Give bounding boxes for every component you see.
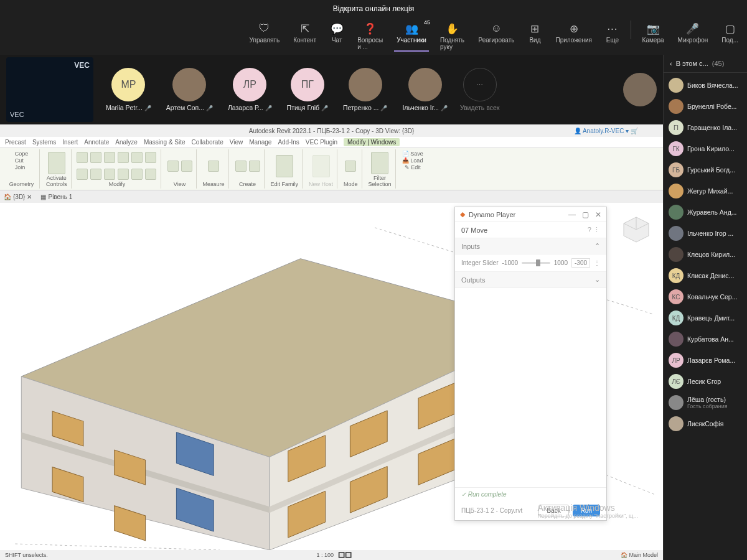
video-tile[interactable]: ЛРЛазарєв Р... 🎤 [228,68,272,111]
help-icon[interactable]: ? [588,226,591,233]
ribbon-tab[interactable]: Systems [32,139,56,146]
maximize-icon[interactable]: ▢ [582,210,589,219]
ribbon-tab[interactable]: View [230,139,243,146]
ribbon-tab[interactable]: Massing & Site [144,139,186,146]
participant-row[interactable]: Журавель Анд... [664,202,747,222]
participant-row[interactable]: КСКовальчук Сер... [664,287,747,307]
participant-name: Лазарєв Р... 🎤 [228,104,272,111]
avatar: ПГ [291,68,324,101]
slider-value-input[interactable]: -300 [571,258,590,268]
ribbon-tab[interactable]: Insert [62,139,78,146]
manage-button[interactable]: 🛡Управлять [247,21,283,52]
ribbon-tab[interactable]: VEC Plugin [306,139,337,146]
participant-row[interactable]: ЛисякСофія [664,414,747,434]
participant-row[interactable]: КДКлисак Денис... [664,266,747,286]
menu-icon[interactable]: ⋮ [593,226,600,233]
view-tab-level1[interactable]: ▦ Рівень 1 [40,194,72,200]
dynamo-inputs-header[interactable]: Inputs⌃ [455,238,606,254]
content-button[interactable]: ⇱Контент [291,21,319,52]
participant-name: Ільченко Іг... 🎤 [402,104,448,111]
participants-button[interactable]: 👥45Участники [394,21,429,52]
dynamo-run-button[interactable]: Run [573,505,600,516]
camera-button[interactable]: 📷Камера [640,21,667,52]
participant-name: Ковальчук Сер... [687,293,737,301]
presenter-tile[interactable]: VEC VEC [6,57,93,122]
avatar: КД [669,310,684,325]
revit-viewport[interactable]: ◆ Dynamo Player ―▢✕ 07 Move ? ⋮ Inputs⌃ … [0,203,663,550]
meeting-title: Відкрита онлайн лекція [333,4,414,13]
dynamo-back-button[interactable]: Back [538,505,568,516]
revit-user[interactable]: 👤 Anatoly.R-VEC ▾ 🛒 [574,128,638,134]
video-strip: VEC VEC МРMariia Petr... 🎤Артем Соп... 🎤… [0,55,663,124]
participant-name: Гаращенко Іла... [687,124,737,131]
participant-name: Грона Кирило... [687,145,735,152]
participant-name: Кравець Дмит... [687,314,735,322]
viewcube[interactable] [621,214,652,245]
ribbon-tab[interactable]: Annotate [84,139,109,146]
participant-row[interactable]: Клецов Кирил... [664,245,747,264]
participant-row[interactable]: Курбатова Ан... [664,329,747,349]
share-button[interactable]: ▢Под... [719,21,741,52]
share-icon: ▢ [723,22,737,35]
integer-slider[interactable] [522,262,550,264]
participant-row[interactable]: КДКравець Дмит... [664,308,747,328]
react-button[interactable]: ☺Реагировать [476,21,517,52]
ellipsis-icon: ⋯ [606,22,619,35]
chat-button[interactable]: 💬Чат [327,21,346,52]
ribbon-tab[interactable]: Precast [5,139,26,146]
minimize-icon[interactable]: ― [568,210,576,219]
svg-line-17 [15,544,220,550]
menu-icon[interactable]: ⋮ [594,259,600,266]
meeting-toolbar: 🛡Управлять ⇱Контент 💬Чат ❓Вопросы и ... … [0,17,747,55]
mic-button[interactable]: 🎤Микрофон [675,21,711,52]
dynamo-status: ✓ Run complete [455,488,606,501]
video-tile[interactable]: Артем Соп... 🎤 [166,68,213,111]
participant-name: Клецов Кирил... [687,251,735,258]
close-icon[interactable]: ✕ [595,210,601,219]
emoji-icon: ☺ [489,22,503,35]
participant-name: Петренко ... 🎤 [343,104,387,111]
ribbon-tab[interactable]: Add-Ins [278,139,299,146]
participant-name: Птиця Гліб 🎤 [287,104,328,111]
avatar [669,395,684,410]
self-tile[interactable] [623,73,657,106]
dynamo-titlebar[interactable]: ◆ Dynamo Player ―▢✕ [455,207,606,222]
plus-icon: ⊕ [567,22,581,35]
view-button[interactable]: ⊞Вид [525,21,544,52]
back-icon[interactable]: ‹ [670,60,672,67]
participant-row[interactable]: Жегур Михай... [664,181,747,201]
tab-modify-windows[interactable]: Modify | Windows [344,138,400,146]
ellipsis-icon: ⋯ [463,68,497,101]
ribbon-tab[interactable]: Analyze [115,139,138,146]
participant-name: Mariia Petr... 🎤 [106,104,151,111]
ribbon-tab[interactable]: Collaborate [192,139,223,146]
video-tile[interactable]: МРMariia Petr... 🎤 [106,68,151,111]
video-tile[interactable]: ПГПтиця Гліб 🎤 [287,68,328,111]
participant-row[interactable]: ЛРЛазарєв Рома... [664,350,747,370]
mic-off-icon: 🎤 [686,22,700,35]
video-tile[interactable]: Ільченко Іг... 🎤 [402,68,448,111]
participant-row[interactable]: Ільченко Ігор ... [664,223,747,243]
participant-row[interactable]: ЛЄЛесик Єгор [664,371,747,391]
participant-row[interactable]: ГІГаращенко Іла... [664,118,747,138]
raise-hand-button[interactable]: ✋Поднять руку [438,21,467,52]
avatar [669,332,684,347]
revit-ribbon: CopeCutJoinGeometry ActivateControls Mod… [0,148,663,190]
participant-name: Артем Соп... 🎤 [166,104,213,111]
view-tab-3d[interactable]: 🏠 {3D} ✕ [4,194,32,200]
participant-row[interactable]: ГКГрона Кирило... [664,139,747,159]
qa-button[interactable]: ❓Вопросы и ... [355,21,385,52]
hand-icon: ✋ [446,22,459,35]
apps-button[interactable]: ⊕Приложения [553,21,594,52]
participant-name: ЛисякСофія [687,420,723,427]
revit-ribbon-tabs: PrecastSystemsInsertAnnotateAnalyzeMassi… [0,137,663,148]
video-tile[interactable]: Петренко ... 🎤 [343,68,387,111]
participant-row[interactable]: Биков Вячесла... [664,75,747,95]
more-button[interactable]: ⋯Еще [603,21,622,52]
ribbon-tab[interactable]: Manage [249,139,271,146]
participant-row[interactable]: ГБГурський Богд... [664,160,747,180]
dynamo-outputs-header[interactable]: Outputs⌄ [455,272,606,288]
view-all-participants[interactable]: ⋯ Увидеть всех [460,68,500,111]
participant-row[interactable]: Брунеллі Робе... [664,96,747,116]
participant-row[interactable]: Лёша (гость)Гость собрания [664,393,747,413]
